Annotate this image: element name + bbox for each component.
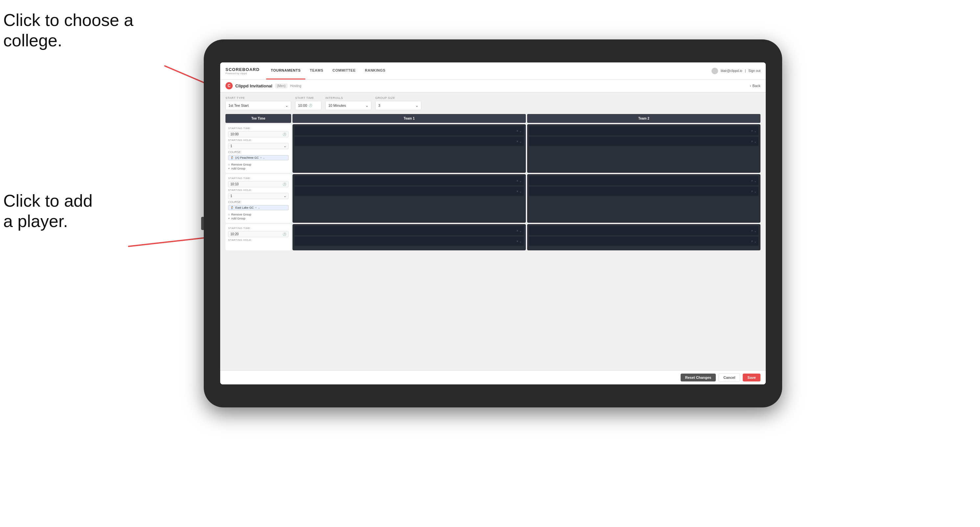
cancel-button[interactable]: Cancel [718, 373, 740, 382]
intervals-group: Intervals 10 Minutes ⌄ [325, 96, 371, 110]
bottom-bar: Reset Changes Cancel Save [220, 370, 766, 384]
player-slot[interactable]: × ⌄ [294, 126, 524, 135]
nav-user: blair@clippd.io | Sign out [711, 68, 760, 74]
table-header: Tee Time Team 1 Team 2 [226, 114, 760, 123]
separator: | [745, 69, 746, 73]
add-group-btn-2[interactable]: + Add Group [228, 217, 288, 220]
tee-actions-2: ○ Remove Group + Add Group [228, 213, 288, 220]
nav-link-rankings[interactable]: RANKINGS [360, 62, 390, 79]
player-slot[interactable]: × ⌄ [294, 237, 524, 246]
starting-hole-label-3: STARTING HOLE: [228, 238, 288, 241]
tee-left-2: STARTING TIME: 10:10 🕐 STARTING HOLE: 1 … [226, 174, 291, 223]
tablet: SCOREBOARD Powered by clippd TOURNAMENTS… [204, 40, 782, 407]
remove-group-btn-2[interactable]: ○ Remove Group [228, 213, 288, 216]
course-label-2: COURSE: [228, 200, 288, 204]
back-button[interactable]: ‹ Back [750, 84, 760, 88]
player-slot[interactable]: × ⌄ [529, 126, 759, 135]
team2-slots-2: × ⌄ × ⌄ [527, 174, 760, 223]
start-time-label: Start Time [295, 96, 321, 100]
start-type-select[interactable]: 1st Tee Start ⌄ [226, 101, 291, 110]
starting-hole-input-1[interactable]: 1 ⌄ [228, 143, 288, 149]
team2-slots-3: × ⌄ × ⌄ [527, 224, 760, 250]
player-slot[interactable]: × ⌄ [294, 187, 524, 196]
course-tag-1[interactable]: 🏌 (A) Peachtree GC × ⌄ [228, 155, 288, 160]
clippd-logo: C [226, 82, 233, 89]
starting-time-label-3: STARTING TIME: [228, 227, 288, 230]
tee-left-1: STARTING TIME: 10:00 🕐 STARTING HOLE: 1 … [226, 124, 291, 173]
nav-logo-title: SCOREBOARD [226, 67, 259, 72]
team1-slots-3: × ⌄ × ⌄ [293, 224, 526, 250]
course-label-1: COURSE: [228, 151, 288, 154]
main-content: Start Type 1st Tee Start ⌄ Start Time 10… [220, 92, 766, 370]
player-slot[interactable]: × ⌄ [294, 176, 524, 185]
player-slot[interactable]: × ⌄ [529, 137, 759, 146]
avatar [711, 68, 718, 74]
nav-link-committee[interactable]: COMMITTEE [328, 62, 361, 79]
remove-group-btn-1[interactable]: ○ Remove Group [228, 163, 288, 166]
header-tee-time: Tee Time [226, 114, 291, 123]
player-slot[interactable]: × ⌄ [294, 226, 524, 235]
course-tag-2[interactable]: 🏌 East Lake GC × ⌄ [228, 205, 288, 210]
intervals-label: Intervals [325, 96, 371, 100]
sign-out-link[interactable]: Sign out [748, 69, 760, 73]
start-type-group: Start Type 1st Tee Start ⌄ [226, 96, 291, 110]
annotation-top: Click to choose a college. [3, 10, 134, 51]
player-slot[interactable]: × ⌄ [529, 176, 759, 185]
player-slot[interactable]: × ⌄ [294, 137, 524, 146]
tournament-name: Clippd Invitational [235, 83, 272, 88]
starting-hole-label-1: STARTING HOLE: [228, 139, 288, 141]
tee-row: STARTING TIME: 10:00 🕐 STARTING HOLE: 1 … [226, 124, 760, 173]
user-email: blair@clippd.io [721, 69, 742, 73]
start-type-label: Start Type [226, 96, 291, 100]
nav-logo-sub: Powered by clippd [226, 72, 259, 75]
group-size-select[interactable]: 3 ⌄ [375, 101, 421, 110]
start-time-group: Start Time 10:00 🕐 [295, 96, 321, 110]
nav-link-teams[interactable]: TEAMS [305, 62, 328, 79]
group-size-group: Group Size 3 ⌄ [375, 96, 421, 110]
team1-slots-1: × ⌄ × ⌄ [293, 124, 526, 173]
controls-row: Start Type 1st Tee Start ⌄ Start Time 10… [226, 96, 760, 110]
nav-logo: SCOREBOARD Powered by clippd [226, 67, 259, 75]
nav-bar: SCOREBOARD Powered by clippd TOURNAMENTS… [220, 62, 766, 79]
nav-links: TOURNAMENTS TEAMS COMMITTEE RANKINGS [266, 62, 711, 79]
starting-time-input-3[interactable]: 10:20 🕐 [228, 231, 288, 237]
starting-time-input-2[interactable]: 10:10 🕐 [228, 181, 288, 187]
starting-time-input-1[interactable]: 10:00 🕐 [228, 131, 288, 137]
player-slot[interactable]: × ⌄ [529, 226, 759, 235]
header-team1: Team 1 [293, 114, 526, 123]
tablet-screen: SCOREBOARD Powered by clippd TOURNAMENTS… [220, 62, 766, 384]
start-time-input[interactable]: 10:00 🕐 [295, 101, 321, 110]
sub-header-left: C Clippd Invitational (Men) Hosting [226, 82, 301, 89]
tablet-side-button [201, 217, 204, 230]
starting-hole-label-2: STARTING HOLE: [228, 189, 288, 192]
starting-time-label-2: STARTING TIME: [228, 177, 288, 180]
nav-link-tournaments[interactable]: TOURNAMENTS [266, 62, 305, 79]
group-size-label: Group Size [375, 96, 421, 100]
tee-row: STARTING TIME: 10:10 🕐 STARTING HOLE: 1 … [226, 174, 760, 223]
sub-header: C Clippd Invitational (Men) Hosting ‹ Ba… [220, 79, 766, 92]
header-team2: Team 2 [527, 114, 760, 123]
tee-row: STARTING TIME: 10:20 🕐 STARTING HOLE: × … [226, 224, 760, 250]
annotation-bottom: Click to add a player. [3, 190, 93, 232]
player-slot[interactable]: × ⌄ [529, 187, 759, 196]
team1-slots-2: × ⌄ × ⌄ [293, 174, 526, 223]
starting-time-label-1: STARTING TIME: [228, 127, 288, 130]
reset-button[interactable]: Reset Changes [681, 373, 716, 381]
save-button[interactable]: Save [743, 373, 760, 381]
tee-left-3: STARTING TIME: 10:20 🕐 STARTING HOLE: [226, 224, 291, 250]
starting-hole-input-2[interactable]: 1 ⌄ [228, 193, 288, 199]
player-slot[interactable]: × ⌄ [529, 237, 759, 246]
gender-badge: (Men) [275, 83, 288, 88]
add-group-btn-1[interactable]: + Add Group [228, 167, 288, 170]
hosting-badge: Hosting [290, 84, 301, 88]
team2-slots-1: × ⌄ × ⌄ [527, 124, 760, 173]
tee-actions-1: ○ Remove Group + Add Group [228, 163, 288, 170]
intervals-select[interactable]: 10 Minutes ⌄ [325, 101, 371, 110]
